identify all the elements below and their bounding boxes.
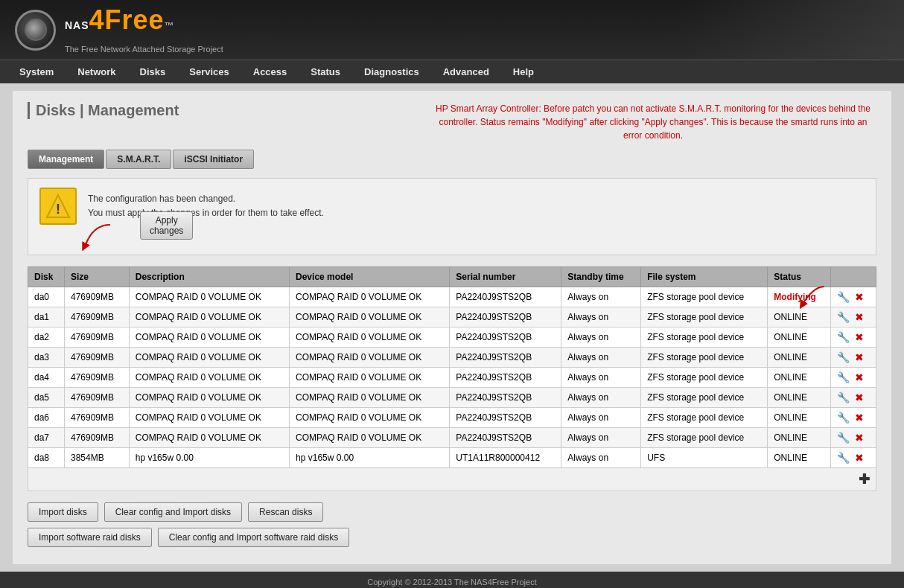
table-row: da2476909MBCOMPAQ RAID 0 VOLUME OKCOMPAQ… [28,327,876,348]
cell-description: COMPAQ RAID 0 VOLUME OK [129,428,289,448]
col-status: Status [768,267,831,287]
nav-link-help[interactable]: Help [501,60,546,83]
delete-disk-icon[interactable]: ✖ [855,311,864,323]
cell-disk: da5 [28,388,65,408]
cell-actions: 🔧 ✖ [831,408,876,428]
alert-line1: The configuration has been changed. [88,192,324,206]
nav-item-disks[interactable]: Disks [128,60,178,83]
tabs: Management S.M.A.R.T. iSCSI Initiator [28,150,876,169]
edit-disk-icon[interactable]: 🔧 [837,432,850,444]
edit-disk-icon[interactable]: 🔧 [837,452,850,464]
cell-status: ONLINE [768,448,831,468]
nav-link-services[interactable]: Services [177,60,241,83]
cell-actions: 🔧 ✖ [831,368,876,388]
cell-actions: 🔧 ✖ [831,448,876,468]
cell-size: 3854MB [64,448,129,468]
table-row: da1476909MBCOMPAQ RAID 0 VOLUME OKCOMPAQ… [28,307,876,327]
cell-description: COMPAQ RAID 0 VOLUME OK [129,307,289,327]
tab-smart[interactable]: S.M.A.R.T. [106,150,171,169]
cell-serial: PA2240J9STS2QB [450,428,561,448]
delete-disk-icon[interactable]: ✖ [855,291,864,303]
rescan-disks-button[interactable]: Rescan disks [248,502,323,522]
import-software-raid-button[interactable]: Import software raid disks [28,528,152,547]
nav-link-diagnostics[interactable]: Diagnostics [352,60,431,83]
logo-tagline: The Free Network Attached Storage Projec… [65,45,223,54]
apply-changes-button[interactable]: Apply changes [140,211,193,240]
page-title-bar: Disks | Management HP Smart Array Contro… [28,102,876,142]
nav-item-services[interactable]: Services [177,60,241,83]
tab-management[interactable]: Management [28,150,104,169]
cell-standby: Always on [561,368,641,388]
nav-item-system[interactable]: System [7,60,66,83]
cell-filesystem: ZFS storage pool device [641,287,768,307]
edit-disk-icon[interactable]: 🔧 [837,371,850,383]
edit-disk-icon[interactable]: 🔧 [837,351,850,363]
page-title-sub: Management [88,102,179,118]
cell-disk: da3 [28,348,65,368]
cell-standby: Always on [561,388,641,408]
alert-box: ! The configuration has been changed. Yo… [28,178,876,255]
nav-item-access[interactable]: Access [241,60,299,83]
nav-item-network[interactable]: Network [66,60,127,83]
import-disks-button[interactable]: Import disks [28,502,98,522]
table-row: da3476909MBCOMPAQ RAID 0 VOLUME OKCOMPAQ… [28,348,876,368]
cell-description: COMPAQ RAID 0 VOLUME OK [129,348,289,368]
apply-arrow-svg [73,221,118,251]
cell-status: ONLINE [768,307,831,327]
alert-line2: You must apply the changes in order for … [88,206,324,220]
delete-disk-icon[interactable]: ✖ [855,371,864,383]
page-title-main: Disks [36,102,75,118]
tab-iscsi[interactable]: iSCSI Initiator [173,150,254,169]
cell-size: 476909MB [64,428,129,448]
edit-disk-icon[interactable]: 🔧 [837,392,850,403]
nav-link-system[interactable]: System [7,60,66,83]
nav-link-advanced[interactable]: Advanced [431,60,501,83]
clear-config-import-software-raid-button[interactable]: Clear config and Import software raid di… [158,528,349,547]
nav-link-access[interactable]: Access [241,60,299,83]
delete-disk-icon[interactable]: ✖ [855,351,864,363]
nav-item-diagnostics[interactable]: Diagnostics [352,60,431,83]
cell-status: ONLINE [768,428,831,448]
header: NAS4Free™ The Free Network Attached Stor… [0,0,904,60]
logo-name: NAS4Free™ [65,7,223,43]
nav-link-status[interactable]: Status [299,60,352,83]
nav-item-status[interactable]: Status [299,60,352,83]
nav-link-disks[interactable]: Disks [128,60,178,83]
nav-item-advanced[interactable]: Advanced [431,60,501,83]
edit-disk-icon[interactable]: 🔧 [837,412,850,424]
cell-serial: PA2240J9STS2QB [450,287,561,307]
table-body: da0476909MBCOMPAQ RAID 0 VOLUME OKCOMPAQ… [28,287,876,468]
cell-device-model: hp v165w 0.00 [290,448,450,468]
cell-description: COMPAQ RAID 0 VOLUME OK [129,388,289,408]
edit-disk-icon[interactable]: 🔧 [837,311,850,323]
clear-config-import-disks-button[interactable]: Clear config and Import disks [104,502,242,522]
delete-disk-icon[interactable]: ✖ [855,452,864,464]
delete-disk-icon[interactable]: ✖ [855,412,864,424]
nav-list: System Network Disks Services Access Sta… [0,60,904,83]
cell-description: COMPAQ RAID 0 VOLUME OK [129,408,289,428]
cell-standby: Always on [561,307,641,327]
nav-item-help[interactable]: Help [501,60,546,83]
cell-size: 476909MB [64,327,129,348]
cell-size: 476909MB [64,408,129,428]
edit-disk-icon[interactable]: 🔧 [837,331,850,343]
footer-text: Copyright © 2012-2013 The NAS4Free Proje… [367,578,536,587]
col-device-model: Device model [290,267,450,287]
alert-text: The configuration has been changed. You … [88,192,324,220]
cell-standby: Always on [561,348,641,368]
delete-disk-icon[interactable]: ✖ [855,392,864,403]
hdd-background [681,0,904,60]
cell-device-model: COMPAQ RAID 0 VOLUME OK [290,287,450,307]
cell-disk: da2 [28,327,65,348]
add-disk-icon[interactable]: ✚ [859,471,870,488]
delete-disk-icon[interactable]: ✖ [855,432,864,444]
cell-filesystem: ZFS storage pool device [641,368,768,388]
cell-disk: da8 [28,448,65,468]
cell-device-model: COMPAQ RAID 0 VOLUME OK [290,368,450,388]
cell-device-model: COMPAQ RAID 0 VOLUME OK [290,348,450,368]
table-row: da0476909MBCOMPAQ RAID 0 VOLUME OKCOMPAQ… [28,287,876,307]
nav-link-network[interactable]: Network [66,60,127,83]
delete-disk-icon[interactable]: ✖ [855,331,864,343]
edit-disk-icon[interactable]: 🔧 [837,291,850,303]
col-size: Size [64,267,129,287]
